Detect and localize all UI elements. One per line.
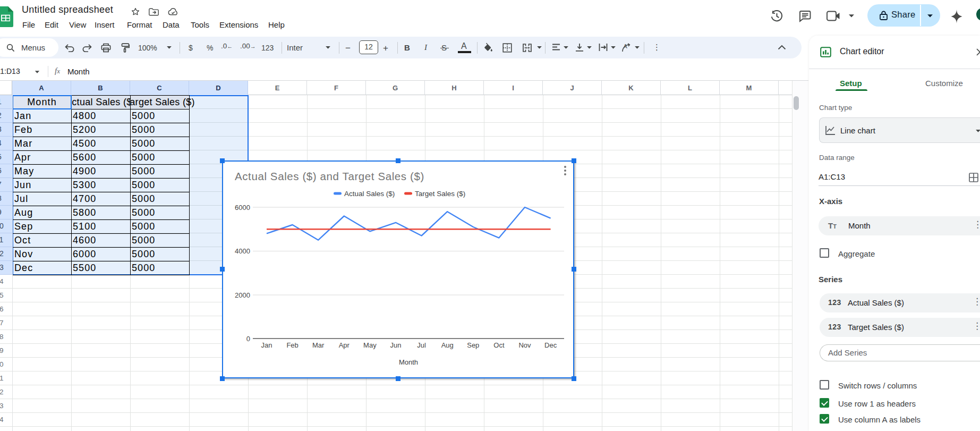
svg-text:Dec: Dec	[544, 341, 557, 349]
svg-text:Month: Month	[399, 358, 418, 366]
svg-text:Oct: Oct	[493, 341, 505, 349]
svg-text:Jun: Jun	[390, 341, 402, 349]
svg-text:4000: 4000	[235, 247, 250, 255]
svg-text:May: May	[363, 341, 377, 349]
svg-text:Actual Sales ($): Actual Sales ($)	[344, 190, 395, 198]
svg-text:0: 0	[246, 335, 250, 343]
svg-text:Apr: Apr	[339, 341, 350, 349]
svg-text:Aug: Aug	[441, 341, 454, 349]
svg-text:Target Sales ($): Target Sales ($)	[415, 190, 465, 198]
svg-text:Actual Sales ($) and Target Sa: Actual Sales ($) and Target Sales ($)	[235, 170, 424, 182]
svg-text:Jan: Jan	[261, 341, 272, 349]
svg-text:Feb: Feb	[286, 341, 298, 349]
svg-text:Nov: Nov	[518, 341, 531, 349]
svg-text:Mar: Mar	[312, 341, 325, 349]
svg-text:Jul: Jul	[417, 341, 426, 349]
svg-text:6000: 6000	[235, 204, 250, 212]
svg-text:A: A	[624, 44, 627, 49]
svg-text:2000: 2000	[235, 291, 250, 299]
svg-text:Sep: Sep	[467, 341, 479, 349]
